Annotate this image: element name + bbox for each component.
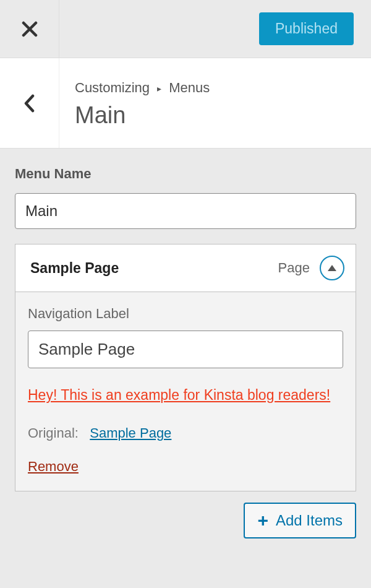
topbar-spacer — [59, 0, 259, 58]
triangle-up-icon — [327, 264, 337, 272]
breadcrumb: Customizing ▸ Menus — [75, 80, 356, 96]
menu-item-header[interactable]: Sample Page Page — [15, 244, 356, 292]
example-note: Hey! This is an example for Kinsta blog … — [28, 384, 343, 407]
breadcrumb-root: Customizing — [75, 80, 150, 95]
add-items-button[interactable]: + Add Items — [244, 503, 356, 538]
close-icon — [22, 21, 38, 37]
remove-link[interactable]: Remove — [28, 459, 79, 475]
add-items-label: Add Items — [276, 512, 343, 529]
page-title: Main — [75, 102, 356, 129]
back-button[interactable] — [0, 58, 59, 148]
breadcrumb-parent: Menus — [169, 80, 210, 95]
topbar: Published — [0, 0, 371, 58]
header-titles: Customizing ▸ Menus Main — [59, 58, 371, 148]
original-link[interactable]: Sample Page — [90, 425, 171, 441]
breadcrumb-separator-icon: ▸ — [157, 84, 161, 93]
plus-icon: + — [257, 511, 268, 530]
menu-item-body: Navigation Label Hey! This is an example… — [15, 292, 356, 491]
menu-item-type: Page — [278, 260, 310, 276]
menu-item-card: Sample Page Page Navigation Label Hey! T… — [15, 244, 356, 491]
menu-name-label: Menu Name — [15, 166, 356, 182]
original-row: Original: Sample Page — [28, 425, 343, 441]
close-button[interactable] — [0, 0, 59, 58]
publish-button[interactable]: Published — [259, 12, 354, 45]
content: Menu Name Sample Page Page Navigation La… — [0, 149, 371, 491]
nav-label-label: Navigation Label — [28, 306, 343, 322]
header-panel: Customizing ▸ Menus Main — [0, 58, 371, 149]
add-row: + Add Items — [0, 491, 371, 538]
menu-item-toggle[interactable] — [320, 256, 344, 280]
chevron-left-icon — [23, 94, 36, 113]
svg-marker-2 — [328, 265, 336, 271]
menu-name-input[interactable] — [15, 193, 356, 229]
nav-label-input[interactable] — [28, 331, 343, 368]
menu-item-title: Sample Page — [30, 260, 278, 277]
original-label: Original: — [28, 425, 79, 441]
publish-cell: Published — [259, 0, 371, 58]
